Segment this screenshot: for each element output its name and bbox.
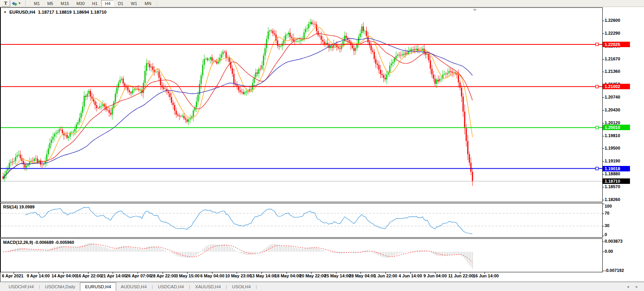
rsi-axis-label: 0 — [605, 232, 607, 237]
time-axis-tick — [410, 272, 411, 274]
timeframe-button-m1[interactable]: M1 — [30, 0, 43, 7]
text-tool-button[interactable]: T — [1, 0, 10, 7]
rsi-panel[interactable]: RSI(14) 19.0989 — [0, 203, 603, 238]
rsi-title: RSI(14) 19.0989 — [3, 205, 35, 209]
time-axis-tick — [262, 272, 262, 274]
price-axis-label: 1.20430 — [605, 108, 620, 112]
chart-tab-usoil-h4[interactable]: USOil,H4 — [227, 283, 255, 291]
chart-tab-usdcad-h4[interactable]: USDCAD,H4 — [153, 283, 188, 291]
price-axis-tick — [603, 21, 604, 21]
chart-tab-bar: USDCHF,H4|USDCNH,DailyEURUSD,H4AUDUSD,H4… — [0, 282, 644, 291]
window-menu-icon[interactable]: ▼ — [4, 11, 7, 14]
time-axis-label: 26 Apr 07:00 — [126, 273, 151, 278]
rsi-axis-label: 70 — [605, 211, 609, 215]
chart-tab-xauusd-h4[interactable]: XAUUSD,H4 — [190, 283, 225, 291]
time-axis-label: 16 Jun 14:00 — [473, 273, 499, 278]
price-axis-tick — [603, 110, 604, 111]
timeframe-button-h1[interactable]: H1 — [88, 0, 101, 7]
time-axis-tick — [311, 272, 311, 274]
time-axis-label: 28 Apr 22:00 — [151, 273, 176, 278]
macd-axis-label: 0.003873 — [605, 239, 623, 243]
price-axis-label: 1.19500 — [605, 146, 620, 150]
level-price-label[interactable]: 1.21002 — [603, 84, 630, 89]
macd-panel[interactable]: MACD(12,26,9) -0.006689 -0.005960 — [0, 238, 603, 272]
chart-tab-audusd-h4[interactable]: AUDUSD,H4 — [116, 283, 151, 291]
level-price-label[interactable]: 1.22025 — [603, 42, 630, 47]
mt4-window: T ▼ M1M5M15M30H1H4D1W1MN ▼ EURUSD,H4 1.1… — [0, 0, 644, 291]
chart-shift-marker[interactable] — [473, 9, 477, 11]
toolbar-separator — [157, 1, 157, 6]
tabs-scroll-right-icon[interactable]: ► — [635, 285, 639, 289]
price-axis-label: 1.20120 — [605, 120, 620, 125]
time-axis-tick — [187, 272, 188, 274]
macd-chart[interactable] — [1, 239, 602, 272]
time-axis-tick — [113, 272, 113, 274]
price-axis-label: 1.19810 — [605, 133, 620, 138]
timeframe-button-m15[interactable]: M15 — [57, 0, 72, 7]
tabs-scroll-left-icon[interactable]: ◄ — [626, 285, 630, 289]
price-axis-tick — [603, 59, 604, 60]
rsi-axis-tick — [603, 226, 604, 226]
chart-tabs: USDCHF,H4|USDCNH,DailyEURUSD,H4AUDUSD,H4… — [0, 282, 257, 291]
time-axis-tick — [88, 272, 88, 274]
timeframe-group: M1M5M15M30H1H4D1W1MN — [30, 0, 155, 7]
macd-axis-tick — [603, 252, 604, 252]
rsi-axis-tick — [603, 213, 604, 214]
time-axis-label: 10 May 23:00 — [225, 273, 251, 278]
rsi-axis-label: 30 — [605, 223, 609, 228]
timeframe-button-mn[interactable]: MN — [141, 0, 155, 7]
time-axis-label: 1 Jun 22:00 — [374, 273, 397, 278]
price-axis-tick — [603, 97, 604, 98]
time-axis-tick — [361, 272, 361, 274]
time-axis-label: 4 Jun 14:00 — [399, 273, 422, 278]
price-axis-tick — [603, 34, 604, 34]
rsi-axis-tick — [603, 204, 604, 204]
level-price-label[interactable]: 1.19018 — [603, 166, 630, 171]
price-axis-label: 1.21670 — [605, 56, 620, 61]
level-price-label[interactable]: 1.20010 — [603, 125, 630, 130]
time-axis-tick — [287, 272, 287, 274]
chart-tab-usdchf-h4[interactable]: USDCHF,H4 — [4, 283, 39, 291]
time-axis-tick — [460, 272, 460, 274]
price-axis-label: 1.20740 — [605, 95, 620, 99]
time-axis-label: 20 May 22:00 — [299, 273, 326, 278]
timeframe-button-w1[interactable]: W1 — [127, 0, 141, 7]
rsi-axis-label: 100 — [605, 204, 612, 208]
toolbar-grip[interactable] — [25, 1, 28, 6]
time-axis-label: 3 May 15:00 — [175, 273, 200, 278]
price-axis-label: 1.18570 — [605, 184, 620, 189]
price-axis-label: 1.18260 — [605, 197, 620, 202]
price-axis-label: 1.18880 — [605, 171, 620, 176]
diamond-icon — [14, 3, 17, 6]
toolbar: T ▼ M1M5M15M30H1H4D1W1MN — [0, 0, 644, 7]
rsi-axis-tick — [603, 236, 604, 236]
chart-tab-eurusd-h4[interactable]: EURUSD,H4 — [80, 282, 116, 291]
macd-axis-label: 0.00 — [605, 249, 613, 254]
timeframe-button-d1[interactable]: D1 — [114, 0, 127, 7]
chart-window: ▼ EURUSD,H4 1.18717 1.18819 1.18694 1.18… — [0, 7, 644, 282]
timeframe-button-m5[interactable]: M5 — [44, 0, 57, 7]
price-axis-tick — [603, 161, 604, 162]
time-axis-tick — [386, 272, 386, 274]
price-axis-tick — [603, 187, 604, 187]
price-axis-label: 1.22600 — [605, 18, 620, 23]
macd-axis-tick — [603, 271, 604, 271]
time-axis-tick — [435, 272, 435, 274]
time-axis-label: 25 May 14:00 — [324, 273, 351, 278]
time-axis-tick — [336, 272, 336, 274]
ohlc-values: 1.18717 1.18819 1.18694 1.18710 — [38, 10, 106, 14]
time-axis-tick — [63, 272, 64, 274]
price-axis-label: 1.22290 — [605, 31, 620, 35]
timeframe-button-m30[interactable]: M30 — [73, 0, 88, 7]
time-axis-label: 9 Jun 04:00 — [423, 273, 447, 278]
current-price-label: 1.18710 — [603, 178, 630, 184]
main-chart-panel[interactable]: ▼ EURUSD,H4 1.18717 1.18819 1.18694 1.18… — [0, 7, 603, 202]
rsi-chart[interactable] — [1, 203, 602, 237]
chart-tab-usdcnh-daily[interactable]: USDCNH,Daily — [40, 283, 80, 291]
objects-palette-icon[interactable]: ▼ — [11, 0, 23, 6]
timeframe-button-h4[interactable]: H4 — [101, 0, 114, 7]
time-axis-label: 13 May 14:00 — [250, 273, 276, 278]
time-axis-label: 14 Apr 04:00 — [51, 273, 77, 278]
candlestick-chart[interactable] — [1, 8, 602, 202]
time-axis-tick — [163, 272, 163, 274]
